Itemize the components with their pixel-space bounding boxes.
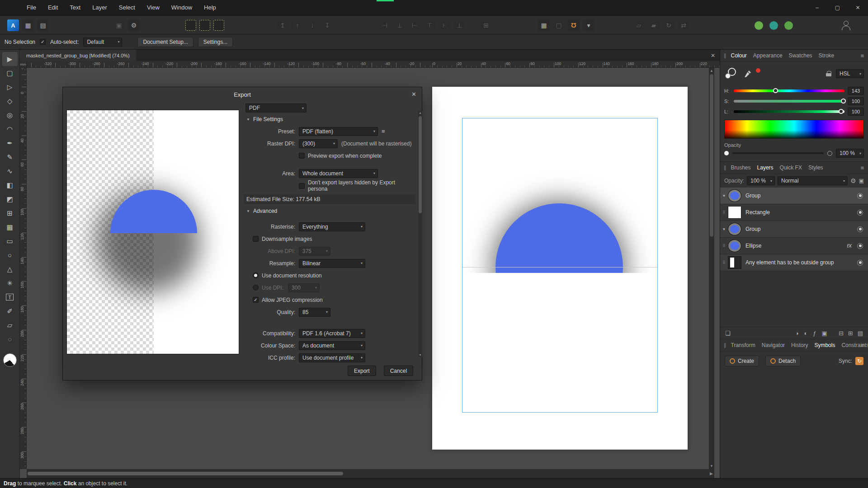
preset-dropdown[interactable]: PDF (flatten)▾ bbox=[299, 127, 378, 136]
colour-mode-dropdown[interactable]: HSL ▾ bbox=[836, 69, 864, 78]
fill-tool[interactable]: ◧ bbox=[2, 178, 18, 192]
colour-wheel-icon[interactable] bbox=[724, 67, 740, 80]
lightness-value[interactable]: 100 bbox=[848, 108, 864, 116]
view-mode-icon[interactable] bbox=[3, 353, 17, 367]
raster-dpi-dropdown[interactable]: (300)▾ bbox=[299, 139, 338, 148]
menu-help[interactable]: Help bbox=[198, 0, 222, 15]
snapping-candidates-icon[interactable]: ▢ bbox=[553, 19, 565, 31]
saturation-slider-thumb[interactable] bbox=[841, 99, 846, 103]
align-bottom-icon[interactable]: ⊥ bbox=[453, 19, 465, 31]
menu-layer[interactable]: Layer bbox=[86, 0, 113, 15]
panel-menu-icon[interactable]: ≡ bbox=[860, 342, 864, 349]
opacity-value-dropdown[interactable]: 100 % ▾ bbox=[836, 149, 864, 158]
colour-picker-tool[interactable]: ✐ bbox=[2, 304, 18, 318]
current-colour-swatch[interactable] bbox=[756, 68, 760, 73]
opacity-slider-track[interactable] bbox=[732, 152, 824, 154]
resources-circle-icon[interactable] bbox=[783, 19, 794, 31]
file-settings-section[interactable]: ▼ File Settings bbox=[244, 113, 415, 125]
icc-profile-dropdown[interactable]: Use document profile▾ bbox=[299, 353, 365, 362]
panel-menu-icon[interactable]: ≡ bbox=[860, 164, 864, 171]
export-persona-icon[interactable]: ▤ bbox=[37, 19, 49, 31]
tab-navigator[interactable]: Navigator bbox=[759, 342, 788, 348]
snapping-grid-icon[interactable]: ▦ bbox=[538, 19, 550, 31]
tab-stroke[interactable]: Stroke bbox=[816, 52, 838, 59]
tab-symbols[interactable]: Symbols bbox=[811, 342, 838, 348]
move-tool[interactable]: ▶ bbox=[2, 52, 18, 66]
h-scroll-thumb[interactable] bbox=[28, 472, 343, 475]
drag-handle-icon[interactable]: ⠿ bbox=[720, 210, 728, 215]
tab-quick-fx[interactable]: Quick FX bbox=[777, 164, 805, 171]
menu-file[interactable]: File bbox=[21, 0, 42, 15]
menu-text[interactable]: Text bbox=[64, 0, 86, 15]
drag-handle-icon[interactable]: ⠿ bbox=[720, 260, 728, 265]
chevron-down-icon[interactable]: ▼ bbox=[720, 194, 728, 198]
layer-row[interactable]: ▼Group bbox=[720, 221, 868, 238]
auto-select-checkbox[interactable] bbox=[40, 39, 46, 45]
maximize-button[interactable]: ▢ bbox=[827, 0, 848, 15]
advanced-section[interactable]: ▼ Advanced bbox=[244, 205, 415, 217]
create-symbol-button[interactable]: Create bbox=[725, 356, 759, 366]
ruler-unit-label[interactable]: mm bbox=[20, 61, 27, 68]
menu-select[interactable]: Select bbox=[113, 0, 141, 15]
align-left-icon[interactable]: ⊣ bbox=[379, 19, 391, 31]
tab-swatches[interactable]: Swatches bbox=[786, 52, 816, 59]
saturation-slider[interactable] bbox=[734, 100, 844, 103]
tab-styles[interactable]: Styles bbox=[805, 164, 826, 171]
move-forward-icon[interactable]: ↑ bbox=[292, 19, 303, 31]
contour-tool[interactable]: ◎ bbox=[2, 108, 18, 122]
opacity-slider-thumb[interactable] bbox=[724, 151, 729, 155]
flip-vertical-icon[interactable]: ▰ bbox=[648, 19, 660, 31]
move-to-back-icon[interactable]: ↧ bbox=[321, 19, 333, 31]
snapping-options-chevron-icon[interactable]: ▾ bbox=[583, 19, 594, 31]
downsample-checkbox[interactable] bbox=[253, 236, 259, 242]
format-dropdown[interactable]: PDF ▾ bbox=[245, 103, 307, 113]
magnet-icon[interactable]: Ω bbox=[568, 19, 580, 31]
fx-badge[interactable]: fX bbox=[847, 243, 852, 249]
tab-colour[interactable]: Colour bbox=[728, 52, 750, 59]
layers-opacity-dropdown[interactable]: 100 % ▾ bbox=[747, 176, 775, 185]
stock-circle-icon[interactable] bbox=[753, 19, 764, 31]
hue-slider[interactable] bbox=[734, 89, 844, 92]
cancel-button[interactable]: Cancel bbox=[384, 366, 413, 376]
v-scroll-thumb[interactable] bbox=[710, 74, 713, 237]
panel-grip-icon[interactable]: ∥ bbox=[724, 53, 726, 59]
scroll-right-icon[interactable]: ▶ bbox=[710, 471, 713, 476]
sync-toggle-icon[interactable]: ↻ bbox=[855, 357, 863, 365]
pixel-grid-icon[interactable] bbox=[213, 20, 224, 31]
visibility-toggle[interactable] bbox=[857, 260, 863, 266]
assets-circle-icon[interactable] bbox=[768, 19, 779, 31]
v-scrollbar[interactable]: ▲ ▼ bbox=[709, 68, 714, 469]
use-dpi-dropdown[interactable]: 300▾ bbox=[288, 283, 320, 292]
export-button[interactable]: Export bbox=[348, 366, 376, 376]
vector-brush-tool[interactable]: ∿ bbox=[2, 164, 18, 178]
pencil-tool[interactable]: ✎ bbox=[2, 150, 18, 164]
align-right-icon[interactable]: ⊢ bbox=[409, 19, 420, 31]
frame-text-tool[interactable]: T bbox=[2, 290, 18, 304]
colour-space-dropdown[interactable]: As document▾ bbox=[299, 341, 365, 350]
lightness-slider[interactable] bbox=[734, 110, 844, 113]
hue-value[interactable]: 143 bbox=[848, 87, 864, 95]
dialog-titlebar[interactable]: Export ✕ bbox=[63, 87, 422, 102]
menu-window[interactable]: Window bbox=[165, 0, 198, 15]
pen-tool[interactable]: ✒ bbox=[2, 136, 18, 150]
saturation-value[interactable]: 100 bbox=[848, 97, 864, 105]
tab-appearance[interactable]: Appearance bbox=[750, 52, 786, 59]
shear-icon[interactable]: ⇄ bbox=[678, 19, 689, 31]
visibility-toggle[interactable] bbox=[857, 210, 863, 216]
align-middle-icon[interactable]: ⊦ bbox=[439, 19, 450, 31]
star-tool[interactable]: ✳ bbox=[2, 276, 18, 290]
crop-icon[interactable]: ▣ bbox=[821, 330, 829, 337]
h-scrollbar[interactable]: ▶ bbox=[27, 469, 714, 478]
auto-select-dropdown[interactable]: Default ▾ bbox=[83, 38, 122, 47]
rotate-icon[interactable]: ↻ bbox=[663, 19, 675, 31]
layer-row[interactable]: ⠿Rectangle bbox=[720, 204, 868, 221]
colour-spectrum[interactable] bbox=[724, 120, 864, 139]
minimize-button[interactable]: – bbox=[807, 0, 827, 15]
chevron-down-icon[interactable]: ▼ bbox=[720, 227, 728, 231]
delete-layer-icon[interactable]: ▤ bbox=[856, 330, 864, 337]
zoom-tool[interactable]: ◌ bbox=[2, 332, 18, 346]
visibility-toggle[interactable] bbox=[857, 226, 863, 232]
align-top-icon[interactable]: ⊤ bbox=[424, 19, 435, 31]
drag-handle-icon[interactable]: ⠿ bbox=[720, 244, 728, 248]
tab-transform[interactable]: Transform bbox=[728, 342, 759, 348]
